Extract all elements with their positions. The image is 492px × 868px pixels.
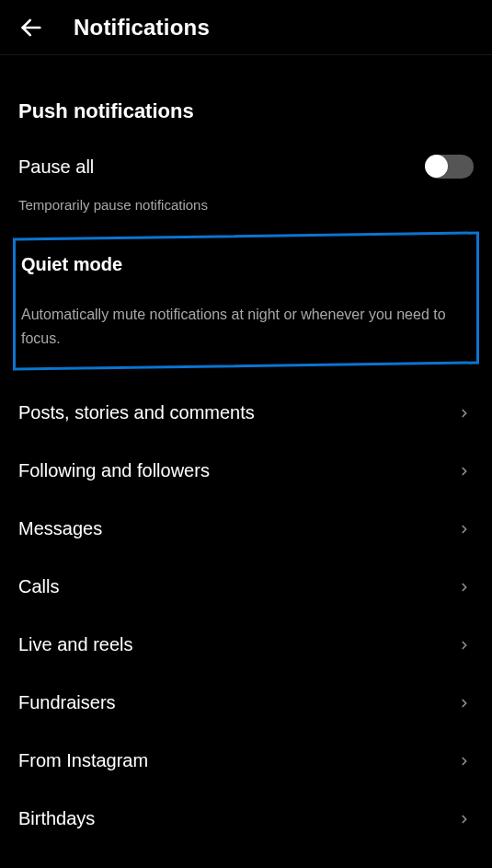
page-title: Notifications: [74, 15, 210, 41]
toggle-knob: [425, 155, 448, 178]
nav-item-messages[interactable]: Messages: [18, 500, 474, 558]
app-header: Notifications: [0, 0, 492, 55]
quiet-mode-row[interactable]: Quiet mode Automatically mute notificati…: [13, 231, 479, 370]
nav-item-label: Messages: [18, 518, 102, 539]
chevron-right-icon: [455, 520, 474, 538]
pause-all-text: Pause all: [18, 156, 426, 178]
nav-item-label: Birthdays: [18, 808, 95, 829]
nav-item-posts[interactable]: Posts, stories and comments: [18, 384, 474, 442]
nav-item-birthdays[interactable]: Birthdays: [18, 790, 474, 848]
chevron-right-icon: [455, 694, 474, 712]
back-arrow-icon: [18, 15, 44, 41]
content-area: Push notifications Pause all Temporarily…: [0, 99, 492, 848]
pause-all-title: Pause all: [18, 156, 426, 178]
quiet-mode-subtitle: Automatically mute notifications at nigh…: [21, 303, 471, 350]
nav-item-label: From Instagram: [18, 750, 148, 771]
nav-item-label: Live and reels: [18, 634, 133, 655]
nav-item-live[interactable]: Live and reels: [18, 616, 474, 674]
nav-item-following[interactable]: Following and followers: [18, 442, 474, 500]
pause-all-subtitle: Temporarily pause notifications: [18, 195, 474, 214]
chevron-right-icon: [455, 636, 474, 654]
section-header-push: Push notifications: [18, 99, 474, 123]
nav-item-fundraisers[interactable]: Fundraisers: [18, 674, 474, 732]
chevron-right-icon: [455, 462, 474, 480]
nav-item-from-instagram[interactable]: From Instagram: [18, 732, 474, 790]
pause-all-toggle[interactable]: [426, 155, 474, 179]
nav-item-label: Posts, stories and comments: [18, 402, 255, 423]
quiet-mode-title: Quiet mode: [21, 254, 471, 275]
pause-all-row[interactable]: Pause all: [18, 133, 474, 182]
chevron-right-icon: [455, 578, 474, 596]
chevron-right-icon: [455, 752, 474, 770]
nav-item-label: Calls: [18, 576, 59, 597]
back-button[interactable]: [17, 13, 46, 42]
chevron-right-icon: [455, 404, 474, 422]
nav-item-label: Fundraisers: [18, 692, 116, 713]
nav-item-label: Following and followers: [18, 460, 210, 481]
nav-item-calls[interactable]: Calls: [18, 558, 474, 616]
chevron-right-icon: [455, 810, 474, 828]
